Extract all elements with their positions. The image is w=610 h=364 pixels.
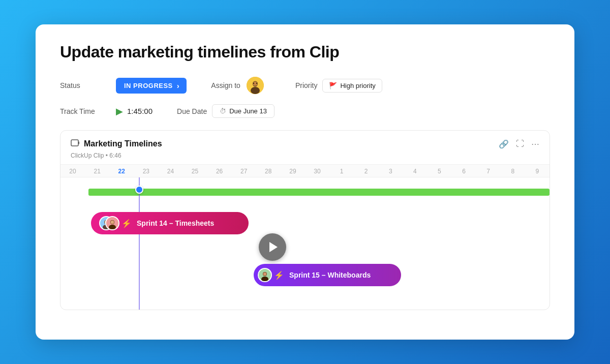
- day-25: 25: [182, 168, 207, 175]
- day-30: 30: [305, 168, 329, 175]
- day-21: 21: [85, 168, 109, 175]
- day-3: 3: [378, 168, 403, 175]
- assign-label: Assign to: [211, 81, 240, 89]
- day-26: 26: [207, 168, 232, 175]
- priority-badge[interactable]: 🚩 High priority: [322, 79, 382, 93]
- day-6: 6: [452, 168, 476, 175]
- chevron-icon: ›: [177, 81, 180, 90]
- day-9: 9: [525, 168, 550, 175]
- sprint14-bar[interactable]: ⚡ Sprint 14 – Timesheets: [91, 212, 249, 234]
- sprint14-avatar-2: [105, 216, 119, 230]
- page-title: Update marketing timelines from Clip: [60, 43, 550, 62]
- sprint14-label: Sprint 14 – Timesheets: [137, 219, 214, 227]
- clock-icon: ⏱: [220, 107, 226, 115]
- clip-title: Marketing Timelines: [84, 139, 162, 148]
- track-label: Track Time: [60, 107, 116, 115]
- track-time: 1:45:00: [127, 107, 152, 115]
- day-8: 8: [501, 168, 525, 175]
- sprint14-icon: ⚡: [121, 219, 132, 228]
- sprint15-label: Sprint 15 – Whiteboards: [289, 271, 371, 279]
- day-22: 22: [109, 168, 134, 175]
- clip-icon: [71, 139, 80, 149]
- link-icon[interactable]: 🔗: [499, 139, 509, 149]
- main-card: Update marketing timelines from Clip Sta…: [36, 24, 574, 340]
- day-27: 27: [232, 168, 256, 175]
- svg-point-2: [251, 87, 260, 94]
- day-1: 1: [329, 168, 354, 175]
- sprint15-icon: ⚡: [274, 270, 284, 280]
- clip-actions: 🔗 ⛶ ⋯: [499, 139, 539, 149]
- flag-icon: 🚩: [329, 82, 337, 89]
- progress-bar: [88, 189, 550, 196]
- expand-icon[interactable]: ⛶: [516, 139, 524, 148]
- assignee-avatar[interactable]: [246, 76, 265, 95]
- day-23: 23: [134, 168, 158, 175]
- meta-row-2: Track Time ▶ 1:45:00 Due Date ⏱ Due June…: [60, 104, 550, 118]
- more-icon[interactable]: ⋯: [531, 139, 539, 149]
- timeline-header: 20 21 22 23 24 25 26 27 28 29 30 1 2 3 4…: [60, 165, 550, 177]
- play-button[interactable]: [259, 233, 286, 261]
- today-line: [139, 177, 140, 310]
- day-5: 5: [427, 168, 451, 175]
- status-text: IN PROGRESS: [124, 82, 173, 89]
- track-section: ▶ 1:45:00: [116, 106, 152, 117]
- due-label: Due Date: [177, 107, 207, 115]
- clip-title-row: Marketing Timelines: [71, 139, 162, 149]
- day-7: 7: [476, 168, 501, 175]
- day-29: 29: [281, 168, 305, 175]
- timeline-area: 20 21 22 23 24 25 26 27 28 29 30 1 2 3 4…: [60, 164, 550, 310]
- day-2: 2: [354, 168, 378, 175]
- priority-text: High priority: [340, 82, 375, 89]
- svg-rect-6: [71, 140, 78, 146]
- svg-point-18: [263, 272, 267, 276]
- sprint15-bar[interactable]: ⚡ Sprint 15 – Whiteboards: [254, 264, 401, 286]
- day-20: 20: [60, 168, 85, 175]
- priority-label: Priority: [295, 81, 318, 89]
- day-28: 28: [256, 168, 281, 175]
- due-section: Due Date ⏱ Due June 13: [177, 104, 274, 118]
- clip-header: Marketing Timelines 🔗 ⛶ ⋯: [60, 131, 550, 152]
- due-badge[interactable]: ⏱ Due June 13: [212, 104, 274, 118]
- play-icon[interactable]: ▶: [116, 106, 123, 117]
- status-button[interactable]: IN PROGRESS ›: [116, 78, 187, 94]
- day-4: 4: [403, 168, 427, 175]
- due-text: Due June 13: [229, 107, 267, 115]
- svg-point-5: [256, 83, 257, 84]
- timeline-body: ⚡ Sprint 14 – Timesheets: [60, 177, 550, 310]
- today-dot: [135, 186, 143, 194]
- status-label: Status: [60, 81, 116, 89]
- clip-subtitle: ClickUp Clip • 6:46: [60, 152, 550, 164]
- svg-point-14: [111, 221, 114, 224]
- day-24: 24: [158, 168, 182, 175]
- sprint15-avatars: [262, 268, 268, 282]
- clip-card: Marketing Timelines 🔗 ⛶ ⋯ ClickUp Clip •…: [60, 130, 550, 310]
- meta-row-1: Status IN PROGRESS › Assign to: [60, 76, 550, 95]
- sprint14-avatars: [99, 216, 115, 230]
- sprint15-avatar: [258, 268, 272, 282]
- assign-section: Assign to: [211, 76, 265, 95]
- svg-point-4: [253, 83, 254, 84]
- play-triangle-icon: [269, 242, 278, 252]
- priority-section: Priority 🚩 High priority: [295, 79, 382, 93]
